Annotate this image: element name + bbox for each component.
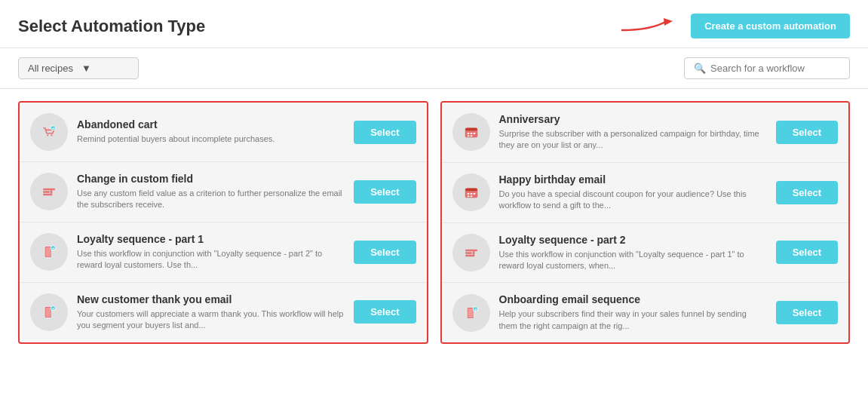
list-item: + Loyalty sequence - part 1Use this work… [20,222,427,283]
list-item: + Onboarding email sequenceHelp your sub… [442,283,849,342]
list-item: Loyalty sequence - part 2Use this workfl… [442,223,849,284]
select-loyalty-part1-button[interactable]: Select [354,241,416,264]
loyalty-icon: + [30,293,68,331]
column-left: + Abandoned cartRemind potential buyers … [18,101,428,344]
svg-rect-34 [473,193,475,195]
select-happy-birthday-button[interactable]: Select [776,181,838,204]
recipe-info: Abandoned cartRemind potential buyers ab… [77,118,345,145]
svg-rect-10 [51,191,53,194]
recipe-title: Change in custom field [77,173,345,185]
list-item: + New customer thank you emailYour custo… [20,283,427,342]
svg-rect-7 [43,189,55,191]
filter-label: All recipes [28,63,75,74]
recipe-title: New customer thank you email [77,293,345,305]
select-loyalty-part2-button[interactable]: Select [776,241,838,264]
svg-rect-35 [467,196,469,198]
loyalty-icon: + [30,233,68,271]
recipe-description: Surprise the subscriber with a personali… [499,128,767,152]
recipe-info: Onboarding email sequenceHelp your subsc… [499,293,767,332]
recipe-info: AnniversarySurprise the subscriber with … [499,113,767,152]
svg-rect-24 [467,133,469,134]
svg-rect-9 [43,194,52,196]
svg-rect-26 [473,133,475,134]
list-item: Happy birthday emailDo you have a specia… [442,163,849,223]
column-right: AnniversarySurprise the subscriber with … [440,101,851,344]
select-onboarding-button[interactable]: Select [776,301,838,324]
list-item: + Abandoned cartRemind potential buyers … [20,103,427,162]
svg-rect-27 [467,136,469,137]
recipe-info: Change in custom fieldUse any custom fie… [77,173,345,211]
svg-rect-13 [46,247,51,256]
svg-rect-44 [468,308,472,317]
recipe-description: Use this workflow in conjunction with "L… [499,249,767,272]
recipe-description: Remind potential buyers about incomplete… [77,133,345,145]
list-item: Change in custom fieldUse any custom fie… [20,162,427,222]
calendar-icon [452,173,490,211]
create-custom-automation-button[interactable]: Create a custom automation [691,14,850,38]
recipe-title: Loyalty sequence - part 2 [499,234,767,246]
calendar-icon [452,113,490,151]
select-anniversary-button[interactable]: Select [776,121,838,144]
svg-rect-18 [46,308,51,317]
chevron-down-icon: ▼ [81,63,129,74]
recipe-description: Use any custom field value as a criterio… [77,188,345,211]
svg-rect-8 [43,192,50,194]
recipe-title: Abandoned cart [77,118,345,130]
svg-text:+: + [51,125,54,130]
toolbar: All recipes ▼ 🔍 [0,48,868,89]
svg-text:+: + [51,246,54,251]
loyalty-icon: + [452,294,490,332]
recipe-title: Anniversary [499,113,767,125]
filter-dropdown[interactable]: All recipes ▼ [18,57,139,79]
svg-text:+: + [474,306,477,311]
recipe-description: Do you have a special discount coupon fo… [499,189,767,212]
recipe-title: Loyalty sequence - part 1 [77,233,345,245]
arrow-decoration [621,15,682,38]
recipe-title: Happy birthday email [499,173,767,186]
search-icon: 🔍 [694,63,706,74]
recipe-title: Onboarding email sequence [499,293,767,305]
settings-icon [30,173,68,210]
svg-rect-23 [465,128,477,131]
svg-rect-33 [470,193,472,195]
select-change-custom-field-button[interactable]: Select [354,180,416,204]
recipe-description: Your customers will appreciate a warm th… [77,308,345,332]
svg-rect-31 [465,189,477,192]
svg-rect-28 [470,136,472,137]
svg-text:+: + [51,305,54,311]
search-input[interactable] [710,63,831,74]
select-abandoned-cart-button[interactable]: Select [354,121,416,144]
recipe-info: New customer thank you emailYour custome… [77,293,345,332]
settings-icon [452,234,490,271]
cart-icon: + [30,113,68,151]
svg-point-2 [47,134,48,136]
svg-marker-0 [664,18,673,26]
page-header: Select Automation Type Create a custom a… [0,0,868,48]
svg-point-3 [51,134,52,136]
recipe-description: Help your subscribers find their way in … [499,308,767,332]
svg-rect-41 [472,251,474,254]
svg-rect-38 [465,250,477,252]
svg-rect-39 [465,252,472,254]
select-new-customer-button[interactable]: Select [354,300,416,324]
svg-rect-36 [470,196,472,198]
header-actions: Create a custom automation [621,14,850,38]
recipe-info: Loyalty sequence - part 1Use this workfl… [77,233,345,271]
svg-rect-32 [467,193,469,195]
recipe-description: Use this workflow in conjunction with "L… [77,248,345,271]
svg-rect-1 [38,121,60,143]
svg-rect-40 [465,255,474,257]
search-box: 🔍 [684,57,850,79]
main-content: + Abandoned cartRemind potential buyers … [0,89,868,356]
recipe-info: Happy birthday emailDo you have a specia… [499,173,767,212]
svg-rect-25 [470,133,472,134]
list-item: AnniversarySurprise the subscriber with … [442,103,849,163]
page-title: Select Automation Type [18,17,205,36]
recipe-info: Loyalty sequence - part 2Use this workfl… [499,234,767,272]
